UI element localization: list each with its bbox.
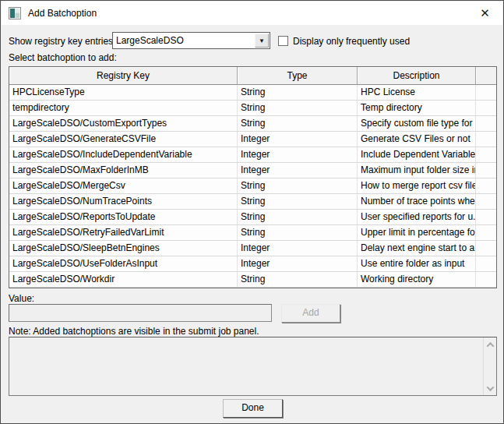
cell-type: String bbox=[238, 178, 358, 193]
titlebar: Add Batchoption ✕ bbox=[2, 2, 502, 25]
registry-key-dropdown[interactable]: LargeScaleDSO ▼ bbox=[112, 32, 270, 49]
cell-description: User specified reports for u... bbox=[358, 210, 476, 224]
table-row[interactable]: LargeScaleDSO/ReportsToUpdate String Use… bbox=[9, 210, 496, 225]
cell-empty bbox=[476, 163, 496, 178]
cell-description: Working directory bbox=[358, 272, 476, 287]
cell-description: Generate CSV Files or not bbox=[358, 132, 476, 147]
log-scrollbar[interactable] bbox=[483, 337, 496, 395]
table-row[interactable]: LargeScaleDSO/IncludeDependentVariable I… bbox=[9, 147, 496, 163]
registry-key-selected-value: LargeScaleDSO bbox=[113, 35, 255, 46]
done-button[interactable]: Done bbox=[223, 399, 283, 418]
table-row[interactable]: HPCLicenseType String HPC License bbox=[9, 85, 496, 101]
cell-description: Delay next engine start to a... bbox=[358, 241, 476, 256]
value-input[interactable] bbox=[9, 304, 272, 322]
cell-empty bbox=[476, 101, 496, 115]
cell-type: String bbox=[238, 101, 358, 115]
cell-empty bbox=[476, 85, 496, 100]
cell-description: Temp directory bbox=[358, 101, 476, 115]
note-label: Note: Added batchoptions are visible in … bbox=[9, 326, 259, 337]
cell-type: String bbox=[238, 116, 358, 131]
cell-registry-key: LargeScaleDSO/ReportsToUpdate bbox=[9, 210, 238, 224]
cell-type: String bbox=[238, 225, 358, 240]
table-row[interactable]: LargeScaleDSO/RetryFailedVarLimit String… bbox=[9, 225, 496, 241]
cell-empty bbox=[476, 178, 496, 193]
cell-registry-key: LargeScaleDSO/NumTracePoints bbox=[9, 194, 238, 209]
dropdown-arrow-icon[interactable]: ▼ bbox=[255, 34, 269, 48]
cell-registry-key: LargeScaleDSO/Workdir bbox=[9, 272, 238, 287]
cell-description: HPC License bbox=[358, 85, 476, 100]
cell-description: Maximum input folder size in... bbox=[358, 163, 476, 178]
log-textarea[interactable] bbox=[9, 337, 497, 396]
add-batchoption-dialog: Add Batchoption ✕ Show registry key entr… bbox=[0, 0, 504, 424]
cell-type: String bbox=[238, 210, 358, 224]
cell-description: Include Dependent Variable ... bbox=[358, 147, 476, 162]
cell-type: Integer bbox=[238, 241, 358, 256]
cell-description: Upper limit in percentage fo... bbox=[358, 225, 476, 240]
cell-registry-key: LargeScaleDSO/RetryFailedVarLimit bbox=[9, 225, 238, 240]
cell-empty bbox=[476, 272, 496, 287]
table-row[interactable]: LargeScaleDSO/CustomExportTypes String S… bbox=[9, 116, 496, 132]
cell-description: Use entire folder as input bbox=[358, 256, 476, 271]
close-icon[interactable]: ✕ bbox=[467, 2, 502, 25]
cell-registry-key: LargeScaleDSO/MergeCsv bbox=[9, 178, 238, 193]
scroll-up-icon[interactable] bbox=[484, 338, 497, 351]
table-body: HPCLicenseType String HPC License tempdi… bbox=[9, 85, 496, 288]
cell-type: Integer bbox=[238, 163, 358, 178]
cell-type: Integer bbox=[238, 147, 358, 162]
table-row[interactable]: LargeScaleDSO/UseFolderAsInput Integer U… bbox=[9, 256, 496, 272]
batchoption-table: Registry Key Type Description HPCLicense… bbox=[9, 66, 497, 288]
table-row[interactable]: LargeScaleDSO/MaxFolderInMB Integer Maxi… bbox=[9, 163, 496, 178]
column-header-type[interactable]: Type bbox=[238, 67, 358, 85]
cell-description: Specify custom file type for ... bbox=[358, 116, 476, 131]
frequently-used-checkbox[interactable] bbox=[278, 36, 288, 46]
cell-empty bbox=[476, 225, 496, 240]
cell-type: Integer bbox=[238, 132, 358, 147]
frequently-used-label: Display only frequently used bbox=[293, 36, 410, 47]
value-label: Value: bbox=[9, 293, 34, 304]
cell-registry-key: LargeScaleDSO/GenerateCSVFile bbox=[9, 132, 238, 147]
cell-type: Integer bbox=[238, 256, 358, 271]
cell-type: String bbox=[238, 194, 358, 209]
cell-description: Number of trace points whe... bbox=[358, 194, 476, 209]
app-icon bbox=[9, 7, 21, 19]
cell-registry-key: LargeScaleDSO/CustomExportTypes bbox=[9, 116, 238, 131]
cell-registry-key: LargeScaleDSO/UseFolderAsInput bbox=[9, 256, 238, 271]
cell-empty bbox=[476, 241, 496, 256]
select-batchoption-label: Select batchoption to add: bbox=[9, 52, 117, 63]
cell-description: How to merge report csv files bbox=[358, 178, 476, 193]
table-row[interactable]: LargeScaleDSO/Workdir String Working dir… bbox=[9, 272, 496, 288]
table-row[interactable]: tempdirectory String Temp directory bbox=[9, 101, 496, 116]
column-header-empty[interactable] bbox=[476, 67, 496, 85]
table-header: Registry Key Type Description bbox=[9, 67, 496, 85]
scroll-down-icon[interactable] bbox=[484, 382, 497, 394]
cell-empty bbox=[476, 256, 496, 271]
table-row[interactable]: LargeScaleDSO/GenerateCSVFile Integer Ge… bbox=[9, 132, 496, 147]
cell-registry-key: LargeScaleDSO/MaxFolderInMB bbox=[9, 163, 238, 178]
column-header-registry-key[interactable]: Registry Key bbox=[9, 67, 238, 85]
cell-type: String bbox=[238, 272, 358, 287]
table-row[interactable]: LargeScaleDSO/SleepBetnEngines Integer D… bbox=[9, 241, 496, 256]
cell-type: String bbox=[238, 85, 358, 100]
cell-registry-key: LargeScaleDSO/IncludeDependentVariable bbox=[9, 147, 238, 162]
table-row[interactable]: LargeScaleDSO/MergeCsv String How to mer… bbox=[9, 178, 496, 194]
column-header-description[interactable]: Description bbox=[358, 67, 476, 85]
window-title: Add Batchoption bbox=[28, 8, 97, 19]
cell-registry-key: HPCLicenseType bbox=[9, 85, 238, 100]
cell-empty bbox=[476, 116, 496, 131]
cell-empty bbox=[476, 147, 496, 162]
registry-entries-label: Show registry key entries: bbox=[9, 36, 115, 47]
table-row[interactable]: LargeScaleDSO/NumTracePoints String Numb… bbox=[9, 194, 496, 210]
cell-empty bbox=[476, 132, 496, 147]
cell-registry-key: tempdirectory bbox=[9, 101, 238, 115]
cell-empty bbox=[476, 210, 496, 224]
cell-registry-key: LargeScaleDSO/SleepBetnEngines bbox=[9, 241, 238, 256]
add-button[interactable]: Add bbox=[281, 304, 340, 323]
cell-empty bbox=[476, 194, 496, 209]
